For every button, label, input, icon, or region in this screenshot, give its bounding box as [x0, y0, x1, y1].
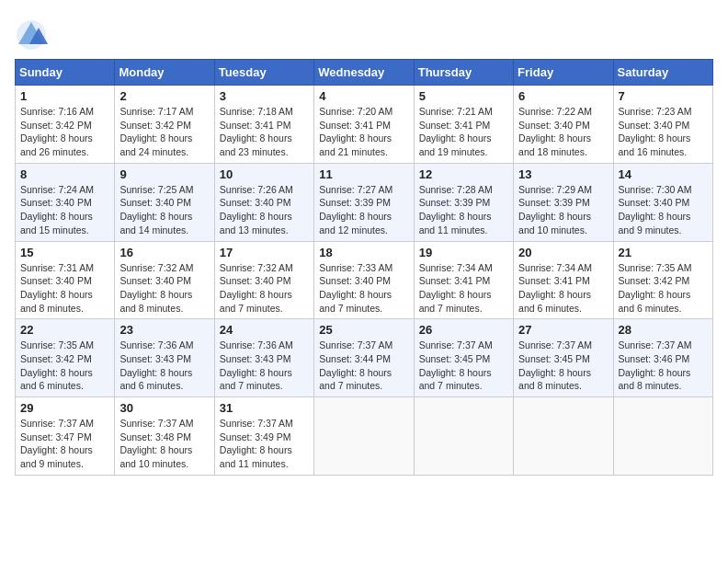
day-detail: Sunrise: 7:21 AMSunset: 3:41 PMDaylight:…	[419, 106, 493, 157]
calendar-cell: 9 Sunrise: 7:25 AMSunset: 3:40 PMDayligh…	[115, 163, 214, 241]
day-number: 16	[119, 246, 209, 259]
day-number: 21	[619, 246, 708, 259]
page-header	[15, 15, 713, 52]
day-number: 25	[319, 323, 408, 337]
day-number: 2	[119, 89, 209, 103]
calendar-cell: 11 Sunrise: 7:27 AMSunset: 3:39 PMDaylig…	[314, 163, 414, 241]
day-number: 14	[619, 167, 708, 181]
weekday-header-friday: Friday	[514, 60, 613, 86]
calendar-cell: 30 Sunrise: 7:37 AMSunset: 3:48 PMDaylig…	[115, 397, 214, 476]
day-number: 23	[119, 323, 209, 337]
calendar-cell: 3 Sunrise: 7:18 AMSunset: 3:41 PMDayligh…	[214, 86, 313, 164]
day-detail: Sunrise: 7:16 AMSunset: 3:42 PMDaylight:…	[20, 106, 94, 157]
day-detail: Sunrise: 7:25 AMSunset: 3:40 PMDaylight:…	[119, 184, 193, 236]
calendar-cell: 15 Sunrise: 7:31 AMSunset: 3:40 PMDaylig…	[16, 241, 115, 319]
day-number: 29	[20, 401, 109, 415]
weekday-header-wednesday: Wednesday	[314, 60, 414, 86]
logo	[15, 18, 51, 52]
week-row-4: 22 Sunrise: 7:35 AMSunset: 3:42 PMDaylig…	[16, 319, 713, 397]
calendar-cell: 31 Sunrise: 7:37 AMSunset: 3:49 PMDaylig…	[214, 397, 313, 476]
logo-icon	[15, 18, 48, 52]
calendar-cell: 18 Sunrise: 7:33 AMSunset: 3:40 PMDaylig…	[314, 241, 414, 319]
calendar-cell: 21 Sunrise: 7:35 AMSunset: 3:42 PMDaylig…	[613, 241, 712, 319]
calendar-cell: 10 Sunrise: 7:26 AMSunset: 3:40 PMDaylig…	[214, 163, 313, 241]
calendar-cell: 1 Sunrise: 7:16 AMSunset: 3:42 PMDayligh…	[16, 86, 115, 164]
weekday-header-monday: Monday	[115, 60, 214, 86]
day-detail: Sunrise: 7:24 AMSunset: 3:40 PMDaylight:…	[20, 184, 94, 236]
day-number: 13	[518, 167, 608, 181]
day-detail: Sunrise: 7:23 AMSunset: 3:40 PMDaylight:…	[619, 106, 692, 157]
calendar-cell: 16 Sunrise: 7:32 AMSunset: 3:40 PMDaylig…	[115, 241, 214, 319]
day-detail: Sunrise: 7:37 AMSunset: 3:47 PMDaylight:…	[20, 418, 94, 469]
calendar-cell: 2 Sunrise: 7:17 AMSunset: 3:42 PMDayligh…	[115, 86, 214, 164]
calendar-cell: 23 Sunrise: 7:36 AMSunset: 3:43 PMDaylig…	[115, 319, 214, 397]
day-number: 5	[419, 89, 508, 103]
day-detail: Sunrise: 7:36 AMSunset: 3:43 PMDaylight:…	[220, 339, 293, 391]
calendar-cell: 8 Sunrise: 7:24 AMSunset: 3:40 PMDayligh…	[16, 163, 115, 241]
calendar-cell	[514, 397, 613, 476]
weekday-header-thursday: Thursday	[414, 60, 513, 86]
day-number: 11	[319, 167, 408, 181]
day-detail: Sunrise: 7:33 AMSunset: 3:40 PMDaylight:…	[319, 262, 392, 314]
day-number: 15	[20, 246, 109, 259]
calendar-cell	[613, 397, 712, 476]
day-detail: Sunrise: 7:26 AMSunset: 3:40 PMDaylight:…	[220, 184, 293, 236]
day-detail: Sunrise: 7:34 AMSunset: 3:41 PMDaylight:…	[518, 262, 592, 314]
day-detail: Sunrise: 7:27 AMSunset: 3:39 PMDaylight:…	[319, 184, 392, 236]
calendar-cell: 17 Sunrise: 7:32 AMSunset: 3:40 PMDaylig…	[214, 241, 313, 319]
day-number: 17	[220, 246, 309, 259]
day-detail: Sunrise: 7:18 AMSunset: 3:41 PMDaylight:…	[220, 106, 293, 157]
day-detail: Sunrise: 7:35 AMSunset: 3:42 PMDaylight:…	[619, 262, 692, 314]
week-row-2: 8 Sunrise: 7:24 AMSunset: 3:40 PMDayligh…	[16, 163, 713, 241]
day-detail: Sunrise: 7:37 AMSunset: 3:49 PMDaylight:…	[220, 418, 293, 469]
day-detail: Sunrise: 7:29 AMSunset: 3:39 PMDaylight:…	[518, 184, 592, 236]
day-detail: Sunrise: 7:22 AMSunset: 3:40 PMDaylight:…	[518, 106, 592, 157]
week-row-5: 29 Sunrise: 7:37 AMSunset: 3:47 PMDaylig…	[16, 397, 713, 476]
calendar-cell: 26 Sunrise: 7:37 AMSunset: 3:45 PMDaylig…	[414, 319, 513, 397]
day-number: 27	[518, 323, 608, 337]
day-number: 30	[119, 401, 209, 415]
day-detail: Sunrise: 7:36 AMSunset: 3:43 PMDaylight:…	[119, 339, 193, 391]
day-number: 8	[20, 167, 109, 181]
calendar-cell: 14 Sunrise: 7:30 AMSunset: 3:40 PMDaylig…	[613, 163, 712, 241]
day-number: 1	[20, 89, 109, 103]
calendar-cell	[414, 397, 513, 476]
day-number: 7	[619, 89, 708, 103]
day-detail: Sunrise: 7:35 AMSunset: 3:42 PMDaylight:…	[20, 339, 94, 391]
day-number: 20	[518, 246, 608, 259]
calendar-cell: 20 Sunrise: 7:34 AMSunset: 3:41 PMDaylig…	[514, 241, 613, 319]
calendar-cell: 28 Sunrise: 7:37 AMSunset: 3:46 PMDaylig…	[613, 319, 712, 397]
day-detail: Sunrise: 7:32 AMSunset: 3:40 PMDaylight:…	[220, 262, 293, 314]
calendar-cell: 7 Sunrise: 7:23 AMSunset: 3:40 PMDayligh…	[613, 86, 712, 164]
weekday-header-saturday: Saturday	[613, 60, 712, 86]
day-detail: Sunrise: 7:31 AMSunset: 3:40 PMDaylight:…	[20, 262, 94, 314]
day-number: 6	[518, 89, 608, 103]
calendar-cell: 27 Sunrise: 7:37 AMSunset: 3:45 PMDaylig…	[514, 319, 613, 397]
day-number: 18	[319, 246, 408, 259]
day-detail: Sunrise: 7:37 AMSunset: 3:45 PMDaylight:…	[518, 339, 592, 391]
calendar-cell: 5 Sunrise: 7:21 AMSunset: 3:41 PMDayligh…	[414, 86, 513, 164]
calendar-cell: 29 Sunrise: 7:37 AMSunset: 3:47 PMDaylig…	[16, 397, 115, 476]
calendar-table: SundayMondayTuesdayWednesdayThursdayFrid…	[15, 59, 713, 476]
day-number: 22	[20, 323, 109, 337]
day-number: 31	[220, 401, 309, 415]
day-number: 28	[619, 323, 708, 337]
week-row-3: 15 Sunrise: 7:31 AMSunset: 3:40 PMDaylig…	[16, 241, 713, 319]
day-number: 12	[419, 167, 508, 181]
day-detail: Sunrise: 7:37 AMSunset: 3:45 PMDaylight:…	[419, 339, 493, 391]
day-detail: Sunrise: 7:17 AMSunset: 3:42 PMDaylight:…	[119, 106, 193, 157]
calendar-cell: 12 Sunrise: 7:28 AMSunset: 3:39 PMDaylig…	[414, 163, 513, 241]
day-detail: Sunrise: 7:34 AMSunset: 3:41 PMDaylight:…	[419, 262, 493, 314]
calendar-cell: 6 Sunrise: 7:22 AMSunset: 3:40 PMDayligh…	[514, 86, 613, 164]
calendar-cell: 4 Sunrise: 7:20 AMSunset: 3:41 PMDayligh…	[314, 86, 414, 164]
day-detail: Sunrise: 7:28 AMSunset: 3:39 PMDaylight:…	[419, 184, 493, 236]
calendar-cell	[314, 397, 414, 476]
day-number: 10	[220, 167, 309, 181]
day-number: 24	[220, 323, 309, 337]
day-number: 26	[419, 323, 508, 337]
day-detail: Sunrise: 7:37 AMSunset: 3:44 PMDaylight:…	[319, 339, 392, 391]
day-detail: Sunrise: 7:32 AMSunset: 3:40 PMDaylight:…	[119, 262, 193, 314]
calendar-cell: 13 Sunrise: 7:29 AMSunset: 3:39 PMDaylig…	[514, 163, 613, 241]
day-detail: Sunrise: 7:37 AMSunset: 3:48 PMDaylight:…	[119, 418, 193, 469]
calendar-cell: 25 Sunrise: 7:37 AMSunset: 3:44 PMDaylig…	[314, 319, 414, 397]
